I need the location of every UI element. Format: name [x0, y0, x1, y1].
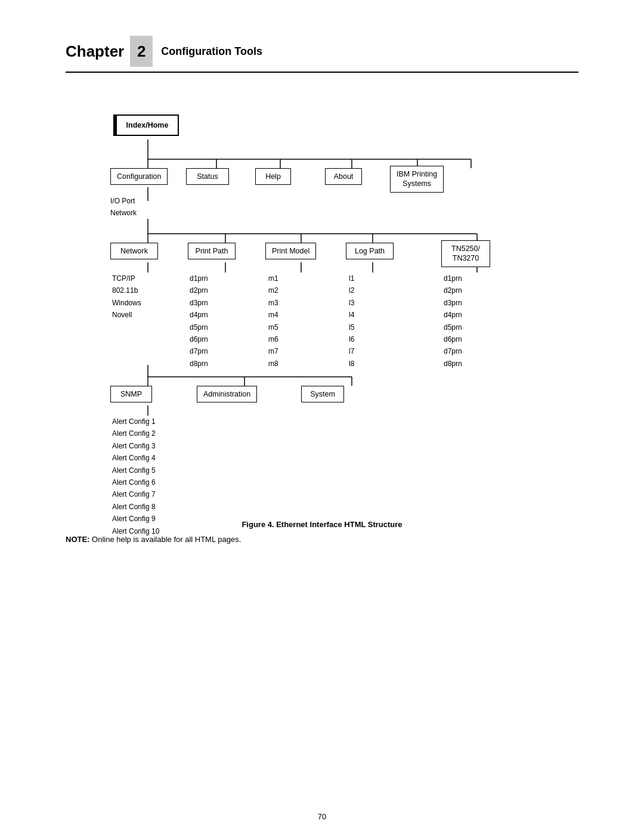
print-path-box: Print Path [188, 243, 236, 259]
network-box: Network [110, 243, 158, 259]
system-box: System [301, 386, 344, 402]
configuration-box: Configuration [110, 168, 168, 185]
administration-box: Administration [197, 386, 257, 402]
row1-sub-text: I/O Port Network [110, 195, 137, 219]
snmp-sublist: Alert Config 1 Alert Config 2 Alert Conf… [112, 416, 159, 537]
snmp-box: SNMP [110, 386, 152, 402]
tn-sublist: d1prn d2prn d3prn d4prn d5prn d6prn d7pr… [444, 272, 462, 370]
printmodel-sublist: m1 m2 m3 m4 m5 m6 m7 m8 [268, 272, 278, 370]
logpath-sublist: l1 l2 l3 l4 l5 l6 l7 l8 [349, 272, 354, 370]
network-sublist: TCP/IP 802.11b Windows Novell [112, 272, 141, 321]
help-box: Help [255, 168, 291, 185]
about-box: About [325, 168, 362, 185]
log-path-box: Log Path [346, 243, 394, 259]
print-model-box: Print Model [265, 243, 316, 259]
status-box: Status [186, 168, 229, 185]
chapter-header: Chapter 2 Configuration Tools [66, 36, 578, 73]
chapter-number-box: 2 [130, 36, 153, 67]
tn5250-box: TN5250/TN3270 [441, 240, 490, 267]
page-number: 70 [0, 800, 644, 833]
printpath-sublist: d1prn d2prn d3prn d4prn d5prn d6prn d7pr… [190, 272, 208, 370]
chapter-label: Chapter [66, 42, 124, 61]
ibm-printing-box: IBM PrintingSystems [390, 166, 444, 193]
diagram-wrapper: Index/Home Configuration Status Help [78, 97, 566, 502]
figure-caption-text: Figure 4. Ethernet Interface HTML Struct… [242, 520, 402, 529]
diagram: Index/Home Configuration Status Help [78, 97, 566, 502]
chapter-number: 2 [137, 42, 145, 61]
chapter-title: Configuration Tools [161, 45, 262, 58]
index-home-box: Index/Home [113, 114, 179, 136]
index-home-label: Index/Home [126, 120, 169, 130]
note-label: NOTE: [66, 535, 89, 544]
